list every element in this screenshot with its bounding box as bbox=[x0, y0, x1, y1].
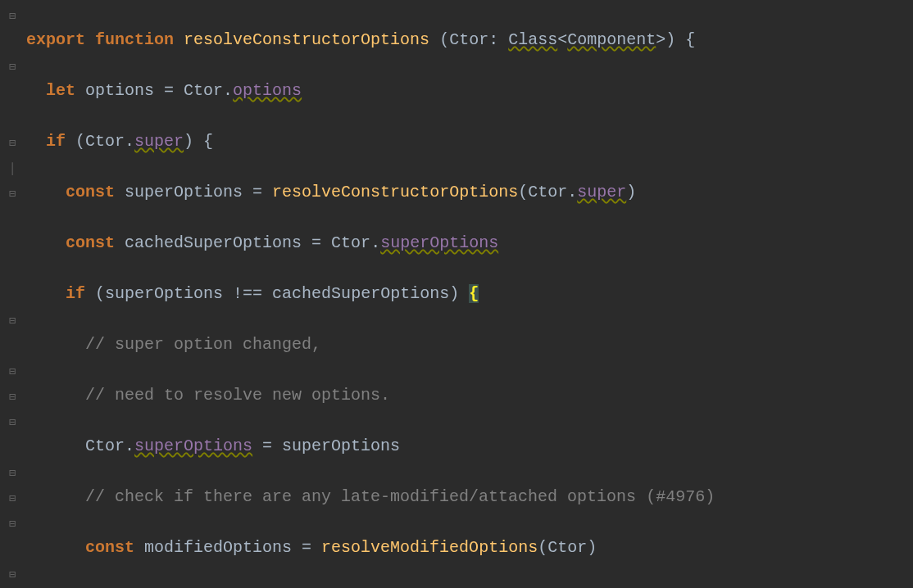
fold-mark-icon[interactable]: ⊟ bbox=[7, 309, 18, 334]
code-editor[interactable]: export function resolveConstructorOption… bbox=[25, 0, 913, 588]
fold-mark-icon[interactable]: ⊟ bbox=[7, 486, 18, 512]
code-line: const cachedSuperOptions = Ctor.superOpt… bbox=[26, 230, 913, 256]
code-line: // super option changed, bbox=[26, 332, 913, 357]
fold-mark-icon[interactable]: ⊟ bbox=[7, 55, 18, 80]
fold-mark-icon[interactable]: ⊟ bbox=[7, 410, 18, 436]
fold-mark-icon[interactable]: ⊟ bbox=[7, 360, 18, 385]
code-line: Ctor.superOptions = superOptions bbox=[26, 433, 913, 459]
code-line: // check if there are any late-modified/… bbox=[26, 484, 913, 509]
fold-mark-icon[interactable]: ⊟ bbox=[7, 461, 18, 486]
fold-mark-icon[interactable]: ⊟ bbox=[7, 563, 18, 588]
fold-mark-icon[interactable]: ⊟ bbox=[7, 131, 18, 156]
fold-mark-icon[interactable]: │ bbox=[7, 156, 18, 182]
code-line: if (Ctor.super) { bbox=[26, 129, 913, 154]
code-line: export function resolveConstructorOption… bbox=[26, 27, 913, 52]
code-line: // need to resolve new options. bbox=[26, 382, 913, 408]
fold-mark-icon[interactable]: ⊟ bbox=[7, 4, 18, 29]
code-line: let options = Ctor.options bbox=[26, 78, 913, 103]
fold-mark-icon[interactable]: ⊟ bbox=[7, 512, 18, 537]
fold-mark-icon[interactable]: ⊟ bbox=[7, 182, 18, 207]
editor-gutter: ⊟⊟⊟│⊟⊟⊟⊟⊟⊟⊟⊟⊟ bbox=[0, 0, 25, 588]
code-line: const modifiedOptions = resolveModifiedO… bbox=[26, 535, 913, 560]
code-line: const superOptions = resolveConstructorO… bbox=[26, 179, 913, 205]
code-line: if (superOptions !== cachedSuperOptions)… bbox=[26, 281, 913, 306]
fold-mark-icon[interactable]: ⊟ bbox=[7, 385, 18, 410]
